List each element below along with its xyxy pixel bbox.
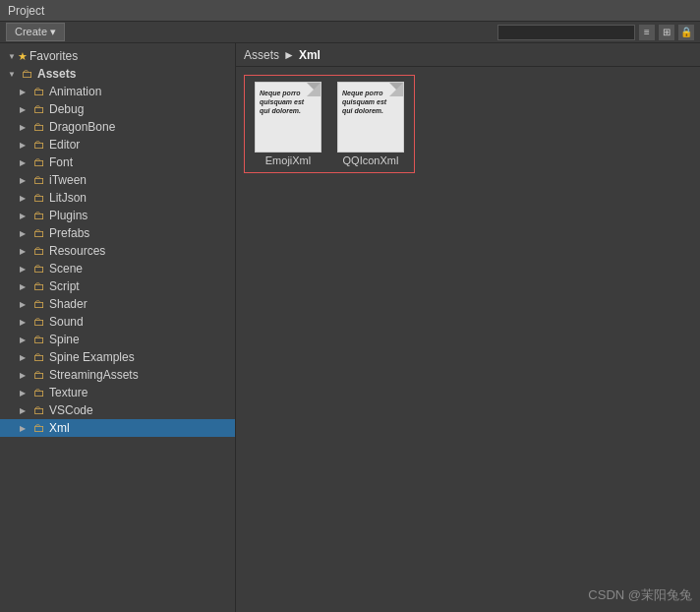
title-bar: Project: [0, 0, 700, 22]
sidebar-item-dragonbone[interactable]: ▶ 🗀 DragonBone: [0, 118, 235, 136]
folder-icon: 🗀: [33, 368, 45, 382]
folder-icon: 🗀: [33, 350, 45, 364]
folder-icon: 🗀: [33, 138, 45, 152]
lock-icon[interactable]: 🔒: [678, 25, 694, 40]
sidebar-item-litjson[interactable]: ▶ 🗀 LitJson: [0, 189, 235, 207]
breadcrumb-separator: ►: [283, 48, 295, 62]
favorites-triangle: ▼: [8, 52, 16, 61]
file-name-emoji: EmojiXml: [265, 154, 311, 166]
window-title: Project: [8, 4, 44, 18]
sidebar-item-spine-examples[interactable]: ▶ 🗀 Spine Examples: [0, 348, 235, 366]
folder-icon: 🗀: [33, 155, 45, 169]
folder-icon: 🗀: [33, 191, 45, 205]
watermark: CSDN @茉阳兔兔: [588, 586, 692, 604]
sidebar-item-font[interactable]: ▶ 🗀 Font: [0, 153, 235, 171]
folder-icon: 🗀: [33, 85, 45, 98]
main-layout: ▼ ★ Favorites ▼ 🗀 Assets ▶ 🗀 Animation ▶…: [0, 43, 700, 612]
sidebar-item-texture[interactable]: ▶ 🗀 Texture: [0, 384, 235, 401]
file-item-emoji-xml[interactable]: Neque porro quisquam est qui dolorem. Em…: [249, 80, 327, 168]
folder-icon: 🗀: [33, 102, 45, 116]
sidebar-item-sound[interactable]: ▶ 🗀 Sound: [0, 313, 235, 331]
sidebar-item-editor[interactable]: ▶ 🗀 Editor: [0, 136, 235, 153]
folder-icon: 🗀: [33, 333, 45, 346]
sidebar-item-animation[interactable]: ▶ 🗀 Animation: [0, 83, 235, 100]
sidebar: ▼ ★ Favorites ▼ 🗀 Assets ▶ 🗀 Animation ▶…: [0, 43, 236, 612]
folder-icon: 🗀: [33, 173, 45, 187]
sidebar-item-shader[interactable]: ▶ 🗀 Shader: [0, 295, 235, 313]
selection-box: Neque porro quisquam est qui dolorem. Em…: [244, 75, 415, 173]
folder-icon: 🗀: [33, 209, 45, 222]
sidebar-item-prefabs[interactable]: ▶ 🗀 Prefabs: [0, 224, 235, 242]
sidebar-item-resources[interactable]: ▶ 🗀 Resources: [0, 242, 235, 260]
folder-icon: 🗀: [33, 244, 45, 258]
folder-icon: 🗀: [33, 403, 45, 417]
sidebar-item-script[interactable]: ▶ 🗀 Script: [0, 277, 235, 295]
favorites-header[interactable]: ▼ ★ Favorites: [0, 47, 235, 65]
file-item-qqicon-xml[interactable]: Neque porro quisquam est qui dolorem. QQ…: [331, 80, 410, 168]
thumbnail-text-qqicon: Neque porro quisquam est qui dolorem.: [338, 83, 403, 117]
folder-icon: 🗀: [33, 297, 45, 311]
content-area: Assets ► Xml Neque porro quisquam est qu…: [236, 43, 700, 612]
favorites-star-icon: ★: [18, 50, 28, 63]
folder-icon: 🗀: [33, 315, 45, 329]
file-thumbnail-emoji: Neque porro quisquam est qui dolorem.: [255, 82, 321, 153]
thumbnail-text-emoji: Neque porro quisquam est qui dolorem.: [256, 83, 321, 117]
list-view-icon[interactable]: ≡: [639, 25, 655, 40]
toolbar: Create ▾ ≡ ⊞ 🔒: [0, 22, 700, 43]
folder-icon: 🗀: [33, 279, 45, 293]
breadcrumb-root: Assets: [244, 48, 279, 62]
assets-root[interactable]: ▼ 🗀 Assets: [0, 65, 235, 83]
sidebar-item-streaming-assets[interactable]: ▶ 🗀 StreamingAssets: [0, 366, 235, 384]
file-name-qqicon: QQIconXml: [343, 154, 399, 166]
assets-label: Assets: [37, 67, 76, 81]
sidebar-item-xml[interactable]: ▶ 🗀 Xml: [0, 419, 235, 437]
folder-icon: 🗀: [33, 386, 45, 399]
file-thumbnail-qqicon: Neque porro quisquam est qui dolorem.: [337, 82, 404, 153]
folder-icon: 🗀: [33, 120, 45, 134]
sidebar-item-debug[interactable]: ▶ 🗀 Debug: [0, 100, 235, 118]
sidebar-item-scene[interactable]: ▶ 🗀 Scene: [0, 260, 235, 277]
grid-view-icon[interactable]: ⊞: [659, 25, 674, 40]
folder-icon: 🗀: [33, 421, 45, 435]
breadcrumb: Assets ► Xml: [236, 43, 700, 67]
search-input[interactable]: [497, 25, 635, 40]
folder-icon: 🗀: [33, 226, 45, 240]
sidebar-item-itween[interactable]: ▶ 🗀 iTween: [0, 171, 235, 189]
sidebar-item-spine[interactable]: ▶ 🗀 Spine: [0, 331, 235, 348]
favorites-label: Favorites: [29, 49, 78, 63]
breadcrumb-current: Xml: [299, 48, 321, 62]
create-button[interactable]: Create ▾: [6, 23, 65, 41]
assets-expand-icon: ▼: [8, 70, 20, 79]
assets-folder-icon: 🗀: [22, 67, 33, 81]
files-grid: Neque porro quisquam est qui dolorem. Em…: [236, 67, 700, 181]
sidebar-item-plugins[interactable]: ▶ 🗀 Plugins: [0, 207, 235, 224]
sidebar-item-vscode[interactable]: ▶ 🗀 VSCode: [0, 401, 235, 419]
folder-icon: 🗀: [33, 262, 45, 275]
